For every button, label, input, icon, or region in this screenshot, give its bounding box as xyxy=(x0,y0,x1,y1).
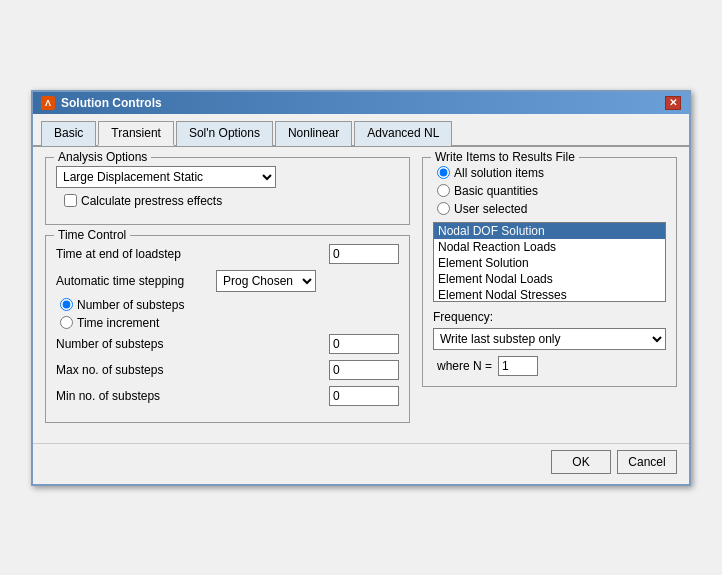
bottom-bar: OK Cancel xyxy=(33,443,689,484)
num-substeps-label: Number of substeps xyxy=(56,337,329,351)
radio-all-items[interactable] xyxy=(437,166,450,179)
time-control-title: Time Control xyxy=(54,228,130,242)
radio-basic-row: Basic quantities xyxy=(433,184,666,198)
auto-stepping-label: Automatic time stepping xyxy=(56,274,216,288)
list-item-0[interactable]: Nodal DOF Solution xyxy=(434,223,665,239)
time-end-input[interactable] xyxy=(329,244,399,264)
right-panel: Write Items to Results File All solution… xyxy=(422,157,677,433)
title-bar-left: Λ Solution Controls xyxy=(41,96,162,110)
auto-stepping-row: Automatic time stepping Prog Chosen On O… xyxy=(56,270,399,292)
radio-user-row: User selected xyxy=(433,202,666,216)
num-substeps-row: Number of substeps xyxy=(56,334,399,354)
frequency-label: Frequency: xyxy=(433,310,666,324)
radio-substeps-label: Number of substeps xyxy=(77,298,184,312)
radio-all-row: All solution items xyxy=(433,166,666,180)
radio-basic-label: Basic quantities xyxy=(454,184,538,198)
max-substeps-input[interactable] xyxy=(329,360,399,380)
analysis-options-title: Analysis Options xyxy=(54,150,151,164)
tab-nonlinear[interactable]: Nonlinear xyxy=(275,121,352,146)
time-end-row: Time at end of loadstep xyxy=(56,244,399,264)
write-items-group: Write Items to Results File All solution… xyxy=(422,157,677,387)
radio-time-increment[interactable] xyxy=(60,316,73,329)
content-area: Analysis Options Large Displacement Stat… xyxy=(33,147,689,443)
min-substeps-row: Min no. of substeps xyxy=(56,386,399,406)
auto-stepping-dropdown[interactable]: Prog Chosen On Off xyxy=(216,270,316,292)
items-listbox[interactable]: Nodal DOF Solution Nodal Reaction Loads … xyxy=(433,222,666,302)
radio-all-label: All solution items xyxy=(454,166,544,180)
radio-user-label: User selected xyxy=(454,202,527,216)
list-item-2[interactable]: Element Solution xyxy=(434,255,665,271)
radio-substeps-row: Number of substeps xyxy=(56,298,399,312)
max-substeps-label: Max no. of substeps xyxy=(56,363,329,377)
tab-basic[interactable]: Basic xyxy=(41,121,96,146)
solution-controls-window: Λ Solution Controls ✕ Basic Transient So… xyxy=(31,90,691,486)
radio-time-label: Time increment xyxy=(77,316,159,330)
window-title: Solution Controls xyxy=(61,96,162,110)
prestress-label: Calculate prestress effects xyxy=(81,194,222,208)
min-substeps-input[interactable] xyxy=(329,386,399,406)
tab-transient[interactable]: Transient xyxy=(98,121,174,146)
radio-time-row: Time increment xyxy=(56,316,399,330)
list-item-4[interactable]: Element Nodal Stresses xyxy=(434,287,665,302)
title-bar: Λ Solution Controls ✕ xyxy=(33,92,689,114)
frequency-dropdown[interactable]: Write last substep only Write every subs… xyxy=(433,328,666,350)
close-button[interactable]: ✕ xyxy=(665,96,681,110)
radio-user-selected[interactable] xyxy=(437,202,450,215)
analysis-type-dropdown[interactable]: Large Displacement Static Static Transie… xyxy=(56,166,276,188)
list-item-3[interactable]: Element Nodal Loads xyxy=(434,271,665,287)
time-end-label: Time at end of loadstep xyxy=(56,247,329,261)
left-panel: Analysis Options Large Displacement Stat… xyxy=(45,157,410,433)
where-n-row: where N = xyxy=(433,356,666,376)
tab-advanced-nl[interactable]: Advanced NL xyxy=(354,121,452,146)
prestress-checkbox[interactable] xyxy=(64,194,77,207)
where-n-input[interactable] xyxy=(498,356,538,376)
radio-write-group: All solution items Basic quantities User… xyxy=(433,166,666,216)
radio-substeps[interactable] xyxy=(60,298,73,311)
radio-basic-quantities[interactable] xyxy=(437,184,450,197)
tab-soln-options[interactable]: Sol'n Options xyxy=(176,121,273,146)
analysis-type-row: Large Displacement Static Static Transie… xyxy=(56,166,399,188)
ok-button[interactable]: OK xyxy=(551,450,611,474)
tab-bar: Basic Transient Sol'n Options Nonlinear … xyxy=(33,114,689,147)
list-item-1[interactable]: Nodal Reaction Loads xyxy=(434,239,665,255)
min-substeps-label: Min no. of substeps xyxy=(56,389,329,403)
where-n-label: where N = xyxy=(437,359,492,373)
time-control-group: Time Control Time at end of loadstep Aut… xyxy=(45,235,410,423)
cancel-button[interactable]: Cancel xyxy=(617,450,677,474)
prestress-row: Calculate prestress effects xyxy=(56,194,399,208)
num-substeps-input[interactable] xyxy=(329,334,399,354)
app-icon: Λ xyxy=(41,96,55,110)
max-substeps-row: Max no. of substeps xyxy=(56,360,399,380)
analysis-options-group: Analysis Options Large Displacement Stat… xyxy=(45,157,410,225)
write-items-title: Write Items to Results File xyxy=(431,150,579,164)
